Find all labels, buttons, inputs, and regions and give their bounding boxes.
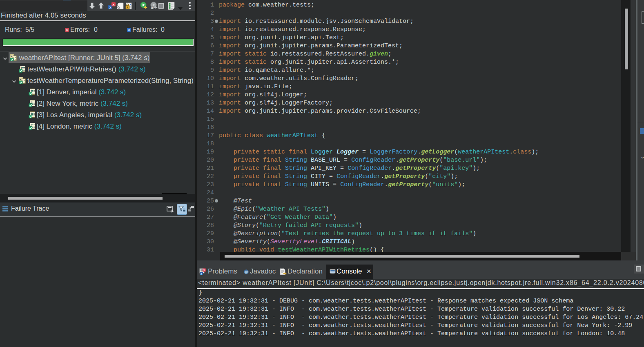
svg-text:x: x (203, 269, 205, 271)
svg-text:x: x (112, 2, 114, 7)
svg-text:x: x (152, 6, 153, 9)
svg-text:@: @ (245, 270, 248, 274)
svg-text:x: x (109, 5, 111, 9)
svg-text:x: x (201, 272, 202, 275)
